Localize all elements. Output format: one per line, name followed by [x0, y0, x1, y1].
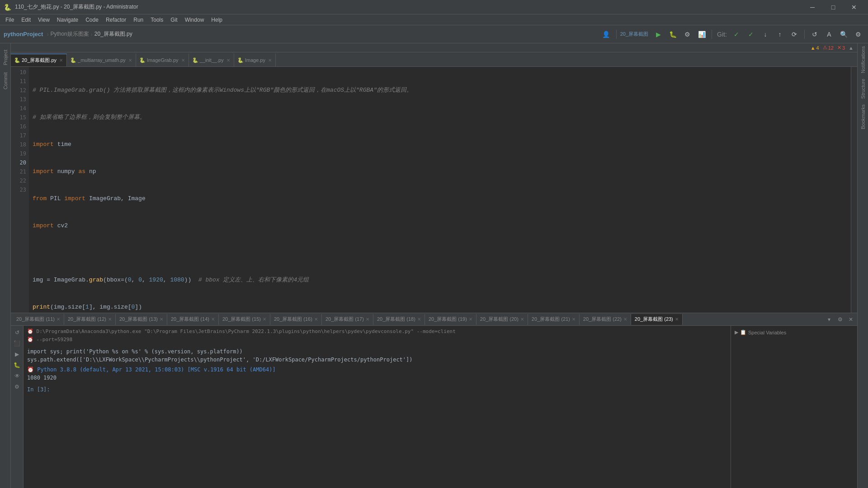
coverage-button[interactable]: ⚙ — [681, 28, 693, 41]
console-tab-15[interactable]: 20_屏幕截图 (15) ✕ — [219, 314, 270, 325]
console-tab-20[interactable]: 20_屏幕截图 (20) ✕ — [476, 314, 528, 325]
console-tab-12[interactable]: 20_屏幕截图 (12) ✕ — [64, 314, 116, 325]
console-import-line: import sys; print('Python %s on %s' % (s… — [27, 347, 727, 356]
console-tab-14[interactable]: 20_屏幕截图 (14) ✕ — [167, 314, 219, 325]
console-tab-close-17[interactable]: ✕ — [366, 317, 369, 322]
profile-button[interactable]: 📊 — [695, 28, 708, 41]
structure-tab[interactable]: Structure — [859, 76, 867, 102]
project-name[interactable]: pythonProject — [4, 31, 43, 38]
console-tab-18[interactable]: 20_屏幕截图 (18) ✕ — [373, 314, 425, 325]
menu-git[interactable]: Git — [167, 16, 181, 24]
current-file[interactable]: 20_屏幕截图.py — [94, 30, 132, 38]
console-tab-11[interactable]: 20_屏幕截图 (11) ✕ — [13, 314, 64, 325]
console-tab-label-11: 20_屏幕截图 (11) — [16, 316, 55, 323]
translate-button[interactable]: A — [823, 28, 835, 41]
console-port-icon: ⏰ — [27, 337, 33, 343]
console-tab-16[interactable]: 20_屏幕截图 (16) ✕ — [270, 314, 322, 325]
tab-file-2[interactable]: 🐍 ImageGrab.py ✕ — [136, 54, 189, 66]
menu-tools[interactable]: Tools — [147, 16, 167, 24]
console-tab-17[interactable]: 20_屏幕截图 (17) ✕ — [322, 314, 373, 325]
settings-console-btn[interactable]: ⚙ — [12, 382, 22, 392]
close-button[interactable]: ✕ — [844, 0, 864, 14]
code-line-12: import time — [33, 140, 847, 149]
console-tab-close-19[interactable]: ✕ — [469, 317, 472, 322]
console-tab-close-20[interactable]: ✕ — [520, 317, 524, 322]
console-tab-21[interactable]: 20_屏幕截图 (21) ✕ — [528, 314, 580, 325]
menu-view[interactable]: View — [34, 16, 53, 24]
tab-file-3[interactable]: 🐍 __init__.py ✕ — [189, 54, 234, 66]
tab-close-2[interactable]: ✕ — [181, 58, 185, 63]
console-tab-close-21[interactable]: ✕ — [572, 317, 576, 322]
console-settings-btn[interactable]: ⚙ — [835, 315, 844, 324]
warning-count[interactable]: ▲ 4 — [811, 45, 819, 51]
error-count2[interactable]: ✕ 3 — [837, 45, 845, 51]
special-vars-expand-icon[interactable]: ▶ — [735, 329, 738, 335]
console-tab-close-16[interactable]: ✕ — [314, 317, 318, 322]
console-close-btn[interactable]: ✕ — [846, 315, 855, 324]
project-path[interactable]: Python娱乐图案 — [50, 30, 89, 38]
debug-console-btn[interactable]: 🐛 — [12, 360, 22, 370]
rerun-button[interactable]: ↺ — [808, 28, 821, 41]
console-tab-13[interactable]: 20_屏幕截图 (13) ✕ — [116, 314, 167, 325]
tab-close-4[interactable]: ✕ — [268, 58, 272, 63]
tab-file-4[interactable]: 🐍 Image.py ✕ — [234, 54, 276, 66]
git-history[interactable]: ⟳ — [788, 28, 801, 41]
rerun-console-btn[interactable]: ↺ — [12, 328, 22, 338]
maximize-button[interactable]: □ — [823, 0, 844, 14]
menu-file[interactable]: File — [2, 16, 18, 24]
console-tab-label-17: 20_屏幕截图 (17) — [326, 316, 364, 323]
menu-edit[interactable]: Edit — [18, 16, 34, 24]
tab-file-0[interactable]: 🐍 20_屏幕截图.py ✕ — [11, 54, 67, 66]
commit-tab[interactable]: Commit — [2, 70, 9, 92]
menu-navigate[interactable]: Navigate — [53, 16, 82, 24]
tab-close-1[interactable]: ✕ — [128, 58, 132, 63]
console-tab-close-23[interactable]: ✕ — [675, 317, 679, 322]
git-check1[interactable]: ✓ — [730, 28, 743, 41]
run-button[interactable]: ▶ — [652, 28, 665, 41]
console-tab-close-12[interactable]: ✕ — [108, 317, 112, 322]
menu-run[interactable]: Run — [130, 16, 147, 24]
expand-btn[interactable]: ▲ — [849, 45, 854, 51]
run-console-btn[interactable]: ▶ — [12, 349, 22, 359]
menu-help[interactable]: Help — [208, 16, 226, 24]
stop-console-btn[interactable]: ⬛ — [12, 338, 22, 348]
notifications-tab[interactable]: Notifications — [859, 43, 867, 76]
console-output[interactable]: ⏰ D:\ProgramData\Anaconda3\python.exe "D… — [24, 326, 731, 488]
code-line-11: # 如果省略了边界框，则会复制整个屏幕。 — [33, 113, 847, 122]
tab-file-1[interactable]: 🐍 _multiarray_umath.py ✕ — [67, 54, 136, 66]
tab-close-3[interactable]: ✕ — [226, 58, 230, 63]
console-tab-close-13[interactable]: ✕ — [160, 317, 163, 322]
minimize-button[interactable]: ─ — [802, 0, 823, 14]
console-tab-label-20: 20_屏幕截图 (20) — [480, 316, 519, 323]
menu-code[interactable]: Code — [82, 16, 102, 24]
project-tab[interactable]: Project — [2, 47, 9, 68]
console-tab-19[interactable]: 20_屏幕截图 (19) ✕ — [425, 314, 476, 325]
console-tab-close-15[interactable]: ✕ — [263, 317, 266, 322]
console-tab-close-22[interactable]: ✕ — [623, 317, 627, 322]
git-check2[interactable]: ✓ — [745, 28, 757, 41]
search-button[interactable]: 🔍 — [837, 28, 850, 41]
console-tab-close-14[interactable]: ✕ — [211, 317, 215, 322]
git-push[interactable]: ↑ — [774, 28, 786, 41]
console-dropdown-btn[interactable]: ▾ — [825, 315, 834, 324]
console-tab-close-18[interactable]: ✕ — [417, 317, 421, 322]
console-tab-23[interactable]: 20_屏幕截图 (23) ✕ — [631, 314, 683, 325]
code-content[interactable]: # PIL.ImageGrab.grab() 方法将抓取屏幕截图，这框内的像素表… — [29, 67, 851, 313]
menu-refactor[interactable]: Refactor — [102, 16, 130, 24]
error-num2: 3 — [842, 45, 845, 51]
show-var-btn[interactable]: 👁 — [12, 371, 22, 381]
right-gutter — [851, 67, 857, 313]
console-tabs: 20_屏幕截图 (11) ✕ 20_屏幕截图 (12) ✕ 20_屏幕截图 (1… — [11, 313, 857, 326]
settings-button[interactable]: ⚙ — [852, 28, 864, 41]
user-icon[interactable]: 👤 — [600, 28, 613, 41]
menubar: File Edit View Navigate Code Refactor Ru… — [0, 14, 868, 25]
error-count1[interactable]: ⚠ 12 — [823, 45, 834, 51]
console-tab-close-11[interactable]: ✕ — [57, 317, 60, 322]
console-tab-22[interactable]: 20_屏幕截图 (22) ✕ — [580, 314, 631, 325]
debug-button[interactable]: 🐛 — [666, 28, 679, 41]
menu-window[interactable]: Window — [181, 16, 208, 24]
code-editor[interactable]: 10 11 12 13 14 15 16 17 18 19 20 21 22 2… — [11, 67, 851, 313]
tab-close-0[interactable]: ✕ — [59, 58, 63, 63]
git-update[interactable]: ↓ — [759, 28, 772, 41]
bookmarks-tab[interactable]: Bookmarks — [859, 102, 867, 132]
